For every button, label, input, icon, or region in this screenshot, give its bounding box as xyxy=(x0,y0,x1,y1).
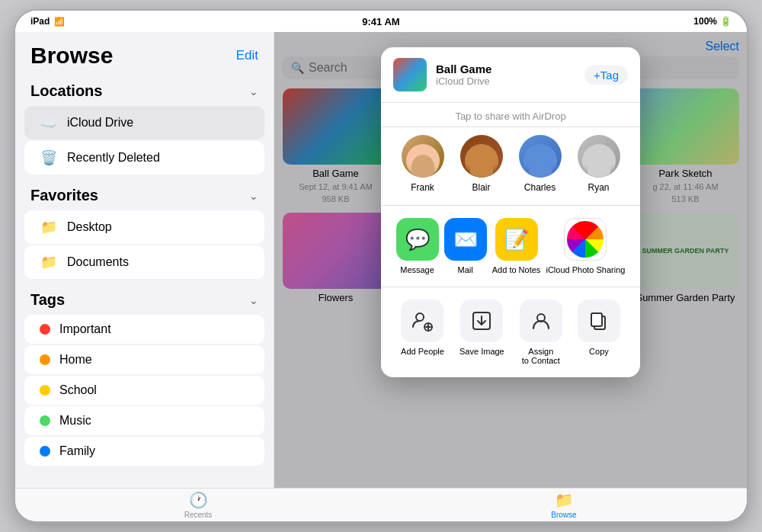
share-file-location: iCloud Drive xyxy=(436,75,575,87)
browse-tab-label: Browse xyxy=(551,511,576,519)
family-label: Family xyxy=(59,444,95,458)
family-dot xyxy=(40,446,50,457)
airdrop-contact-frank[interactable]: Frank xyxy=(402,135,444,193)
svg-rect-7 xyxy=(591,313,602,326)
airdrop-label: Tap to share with AirDrop xyxy=(381,103,640,127)
sidebar-item-school[interactable]: School xyxy=(24,376,264,405)
photos-app-icon xyxy=(564,218,607,261)
sidebar-item-recently-deleted[interactable]: 🗑️ Recently Deleted xyxy=(24,141,264,175)
important-dot xyxy=(40,324,50,335)
notes-label: Add to Notes xyxy=(492,265,541,274)
share-file-info: Ball Game iCloud Drive xyxy=(436,62,575,87)
share-app-photos[interactable]: iCloud Photo Sharing xyxy=(546,218,625,274)
icloud-label: iCloud Drive xyxy=(67,116,133,130)
notes-app-icon: 📝 xyxy=(495,218,538,261)
school-dot xyxy=(40,385,50,396)
tags-section-header: Tags ⌄ xyxy=(15,280,274,313)
recently-deleted-label: Recently Deleted xyxy=(67,151,160,165)
sidebar: Browse Edit Locations ⌄ ☁️ iCloud Drive … xyxy=(15,32,274,488)
mail-app-icon: ✉️ xyxy=(444,218,487,261)
sidebar-item-important[interactable]: Important xyxy=(24,315,264,344)
photos-label: iCloud Photo Sharing xyxy=(546,265,625,274)
tags-label: Tags xyxy=(30,291,65,309)
ipad-label: iPad xyxy=(30,16,50,27)
favorites-label: Favorites xyxy=(30,187,98,204)
icloud-icon: ☁️ xyxy=(40,114,58,132)
sidebar-item-desktop[interactable]: 📁 Desktop xyxy=(24,210,264,244)
desktop-folder-icon: 📁 xyxy=(40,218,58,236)
copy-label: Copy xyxy=(589,347,609,356)
home-label: Home xyxy=(59,353,92,367)
battery-icon: 🔋 xyxy=(720,16,732,27)
important-label: Important xyxy=(59,322,111,336)
share-action-save-image[interactable]: Save Image xyxy=(459,300,504,365)
save-image-label: Save Image xyxy=(459,347,504,356)
share-app-message[interactable]: 💬 Message xyxy=(396,218,439,274)
airdrop-contact-charles[interactable]: Charles xyxy=(519,135,562,193)
ryan-name: Ryan xyxy=(588,182,609,193)
locations-label: Locations xyxy=(30,82,102,100)
message-label: Message xyxy=(400,265,434,274)
airdrop-contact-blair[interactable]: Blair xyxy=(460,135,503,193)
music-dot xyxy=(40,415,50,426)
share-action-copy[interactable]: Copy xyxy=(578,300,620,365)
avatar-frank xyxy=(402,135,444,178)
frank-name: Frank xyxy=(411,182,434,193)
save-image-icon xyxy=(460,300,503,342)
trash-icon: 🗑️ xyxy=(40,149,58,167)
airdrop-contact-ryan[interactable]: Ryan xyxy=(578,135,620,193)
sidebar-header: Browse Edit xyxy=(15,32,274,72)
share-tag-button[interactable]: +Tag xyxy=(584,66,628,85)
browse-tab-icon: 📁 xyxy=(555,491,574,509)
svg-point-0 xyxy=(416,313,424,321)
sidebar-item-music[interactable]: Music xyxy=(24,406,264,435)
share-actions: Add People Save Image xyxy=(381,287,640,377)
tags-chevron-icon[interactable]: ⌄ xyxy=(249,294,258,306)
copy-icon xyxy=(578,300,620,342)
share-action-assign-contact[interactable]: Assignto Contact xyxy=(520,300,562,365)
airdrop-contacts: Frank Blair xyxy=(381,127,640,206)
avatar-ryan xyxy=(578,135,620,178)
desktop-label: Desktop xyxy=(67,220,112,234)
share-action-add-people[interactable]: Add People xyxy=(401,300,444,365)
school-label: School xyxy=(59,383,97,397)
favorites-section-header: Favorites ⌄ xyxy=(15,176,274,209)
share-app-notes[interactable]: 📝 Add to Notes xyxy=(492,218,541,274)
battery-percent: 100% xyxy=(693,16,717,27)
app-container: Browse Edit Locations ⌄ ☁️ iCloud Drive … xyxy=(15,32,747,488)
music-label: Music xyxy=(59,414,91,428)
sidebar-item-family[interactable]: Family xyxy=(24,437,264,466)
share-app-mail[interactable]: ✉️ Mail xyxy=(444,218,487,274)
documents-label: Documents xyxy=(67,255,129,269)
status-time: 9:41 AM xyxy=(362,16,399,27)
sidebar-item-documents[interactable]: 📁 Documents xyxy=(24,245,264,279)
share-panel: Ball Game iCloud Drive +Tag Tap to share… xyxy=(381,47,640,377)
status-left: iPad 📶 xyxy=(30,16,65,27)
blair-name: Blair xyxy=(472,182,490,193)
locations-section-header: Locations ⌄ xyxy=(15,72,274,104)
edit-button[interactable]: Edit xyxy=(236,48,258,63)
tab-browse[interactable]: 📁 Browse xyxy=(381,491,747,519)
add-people-icon xyxy=(401,300,443,342)
status-bar: iPad 📶 9:41 AM 100% 🔋 xyxy=(15,11,747,32)
sidebar-item-home[interactable]: Home xyxy=(24,345,264,374)
content-area: Select 🔍 Ball Game Sept 12, at 9:41 AM 9… xyxy=(274,32,747,488)
sidebar-item-icloud[interactable]: ☁️ iCloud Drive xyxy=(24,106,264,139)
share-file-name: Ball Game xyxy=(436,62,575,75)
wifi-icon: 📶 xyxy=(54,17,65,27)
tab-recents[interactable]: 🕐 Recents xyxy=(15,491,381,519)
assign-contact-label: Assignto Contact xyxy=(522,347,560,365)
share-overlay: Ball Game iCloud Drive +Tag Tap to share… xyxy=(274,32,747,488)
status-right: 100% 🔋 xyxy=(693,16,732,27)
recents-tab-icon: 🕐 xyxy=(189,491,208,509)
ipad-frame: iPad 📶 9:41 AM 100% 🔋 Browse Edit Locati… xyxy=(15,11,747,521)
add-people-label: Add People xyxy=(401,347,444,356)
home-dot xyxy=(40,354,50,365)
message-app-icon: 💬 xyxy=(396,218,439,261)
documents-folder-icon: 📁 xyxy=(40,253,58,271)
favorites-chevron-icon[interactable]: ⌄ xyxy=(249,190,258,202)
assign-contact-icon xyxy=(520,300,562,342)
share-header: Ball Game iCloud Drive +Tag xyxy=(381,47,640,103)
share-apps: 💬 Message ✉️ Mail 📝 xyxy=(381,206,640,287)
locations-chevron-icon[interactable]: ⌄ xyxy=(249,85,258,98)
